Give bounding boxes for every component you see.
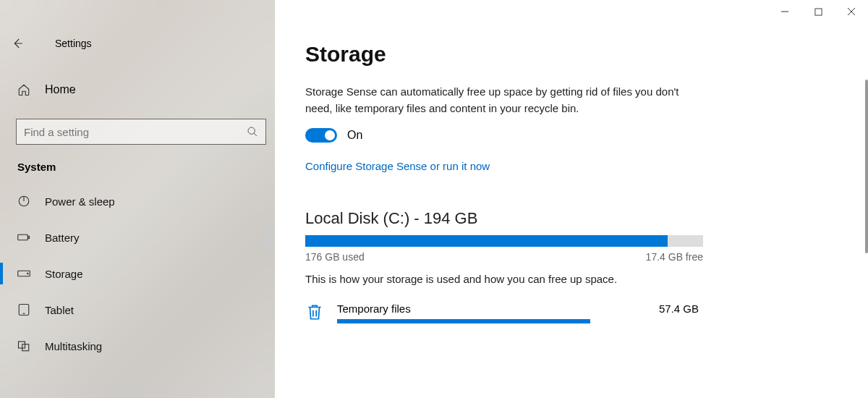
sidebar-item-label: Tablet (45, 304, 74, 316)
storage-sense-toggle-row: On (305, 128, 839, 143)
disk-explain: This is how your storage is used and how… (305, 273, 839, 285)
disk-usage-labels: 176 GB used 17.4 GB free (305, 251, 703, 263)
category-info: Temporary files 57.4 GB (337, 302, 839, 323)
sidebar-item-tablet[interactable]: Tablet (0, 292, 275, 328)
disk-free-label: 17.4 GB free (646, 251, 703, 263)
svg-rect-3 (28, 237, 30, 239)
sidebar-item-battery[interactable]: Battery (0, 219, 275, 255)
svg-point-5 (27, 273, 29, 274)
window-title: Settings (55, 38, 92, 49)
storage-icon (17, 267, 30, 280)
sidebar-item-power-sleep[interactable]: Power & sleep (0, 183, 275, 219)
sidebar-home-label: Home (45, 83, 76, 96)
toggle-knob (325, 130, 335, 140)
category-row-temporary[interactable]: Temporary files 57.4 GB (305, 302, 839, 324)
main-scrollbar[interactable] (865, 80, 868, 253)
sidebar-item-storage[interactable]: Storage (0, 255, 275, 292)
disk-heading: Local Disk (C:) - 194 GB (305, 209, 839, 228)
battery-icon (17, 231, 30, 244)
main-content: Storage Storage Sense can automatically … (275, 0, 868, 398)
sidebar-section: System (0, 145, 275, 183)
sidebar-item-label: Power & sleep (45, 195, 115, 208)
search-box[interactable] (16, 119, 266, 145)
disk-usage-bar (305, 235, 703, 247)
tablet-icon (17, 303, 30, 316)
power-icon (17, 195, 30, 208)
sidebar-scrollbar[interactable] (263, 170, 275, 394)
multitasking-icon (17, 339, 30, 352)
sidebar-home[interactable]: Home (0, 72, 275, 107)
svg-rect-7 (19, 342, 25, 348)
category-bar (337, 319, 590, 323)
search-input[interactable] (24, 126, 235, 138)
trash-icon (305, 302, 324, 324)
svg-rect-2 (18, 234, 28, 240)
arrow-left-icon (11, 37, 24, 50)
search-icon (247, 126, 258, 137)
sidebar-item-label: Multitasking (45, 340, 102, 352)
scrollbar-thumb[interactable] (265, 228, 273, 248)
sidebar: Settings Home System Power & sleep Batte… (0, 0, 275, 398)
disk-used-label: 176 GB used (305, 251, 365, 263)
category-size: 57.4 GB (659, 302, 699, 315)
titlebar: Settings (0, 29, 275, 58)
sidebar-item-label: Storage (45, 268, 83, 280)
storage-sense-toggle[interactable] (305, 128, 337, 143)
storage-sense-description: Storage Sense can automatically free up … (305, 84, 696, 117)
sidebar-item-multitasking[interactable]: Multitasking (0, 328, 275, 364)
sidebar-item-label: Battery (45, 232, 80, 244)
back-button[interactable] (0, 29, 35, 58)
configure-storage-sense-link[interactable]: Configure Storage Sense or run it now (305, 160, 490, 172)
toggle-state-label: On (347, 129, 362, 142)
svg-rect-8 (22, 344, 29, 351)
home-icon (17, 83, 30, 96)
category-name: Temporary files (337, 302, 411, 315)
disk-usage-fill (305, 235, 668, 247)
svg-point-0 (248, 127, 255, 134)
page-title: Storage (305, 42, 839, 67)
